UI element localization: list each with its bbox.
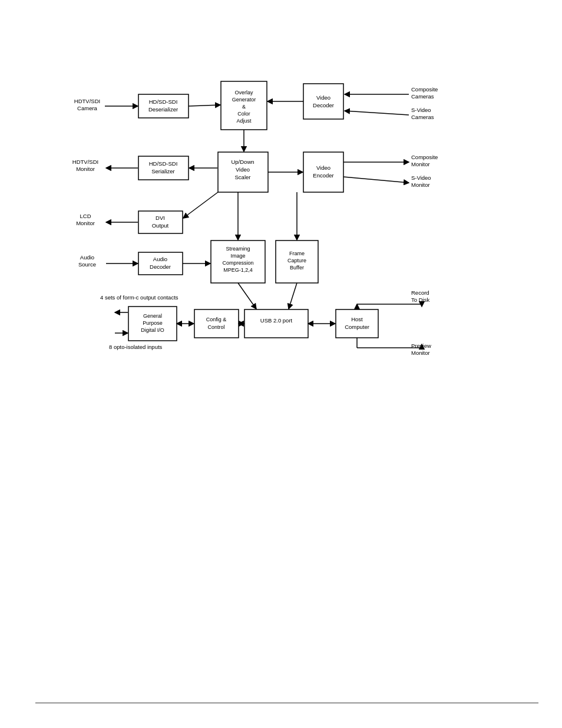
svg-rect-42 xyxy=(194,309,239,338)
svg-text:8 opto-isolated inputs: 8 opto-isolated inputs xyxy=(109,344,163,350)
svg-text:USB 2.0 port: USB 2.0 port xyxy=(260,317,293,324)
svg-text:&: & xyxy=(242,104,246,110)
svg-text:4 sets of form-c output contac: 4 sets of form-c output contacts xyxy=(100,294,178,301)
svg-text:Control: Control xyxy=(207,324,224,330)
svg-line-82 xyxy=(183,192,218,218)
footer-line xyxy=(35,703,538,703)
svg-text:Monitor: Monitor xyxy=(411,161,430,167)
svg-text:Decoder: Decoder xyxy=(313,102,334,108)
svg-text:Decoder: Decoder xyxy=(150,263,171,270)
svg-text:Purpose: Purpose xyxy=(143,320,163,326)
svg-text:Output: Output xyxy=(152,222,169,229)
svg-line-74 xyxy=(345,111,409,115)
svg-text:Cameras: Cameras xyxy=(411,93,434,100)
svg-text:Audio: Audio xyxy=(80,254,94,261)
svg-text:Audio: Audio xyxy=(153,256,167,262)
svg-text:General: General xyxy=(143,313,162,319)
svg-line-79 xyxy=(343,177,409,183)
svg-line-72 xyxy=(189,105,220,106)
diagram-area: HD/SD-SDI Deserializer Overlay Generator… xyxy=(47,59,518,401)
svg-text:Adjust: Adjust xyxy=(236,118,252,124)
svg-text:S-Video: S-Video xyxy=(411,107,431,113)
svg-text:S-Video: S-Video xyxy=(411,174,431,181)
svg-text:Streaming: Streaming xyxy=(226,246,250,252)
svg-text:Computer: Computer xyxy=(345,324,369,330)
svg-text:Deserializer: Deserializer xyxy=(148,106,178,113)
svg-text:To Disk: To Disk xyxy=(411,297,429,303)
svg-text:DVI: DVI xyxy=(156,215,165,221)
svg-line-89 xyxy=(289,283,297,309)
svg-text:Host: Host xyxy=(351,316,363,322)
svg-rect-9 xyxy=(303,84,343,119)
svg-text:HDTV/SDI: HDTV/SDI xyxy=(74,98,100,104)
svg-text:Composite: Composite xyxy=(411,154,438,160)
svg-text:Video: Video xyxy=(236,166,250,173)
svg-text:Digital I/O: Digital I/O xyxy=(141,327,164,333)
svg-text:Frame: Frame xyxy=(289,251,305,256)
svg-text:HD/SD-SDI: HD/SD-SDI xyxy=(149,98,178,105)
svg-text:Color: Color xyxy=(237,111,250,117)
svg-text:Overlay: Overlay xyxy=(234,90,253,95)
svg-text:Video: Video xyxy=(316,164,330,171)
svg-text:Monitor: Monitor xyxy=(411,350,430,356)
svg-text:Generator: Generator xyxy=(232,97,256,103)
svg-text:Capture: Capture xyxy=(287,258,306,263)
svg-text:Camera: Camera xyxy=(77,105,98,111)
svg-text:Monitor: Monitor xyxy=(76,220,95,226)
svg-text:HD/SD-SDI: HD/SD-SDI xyxy=(149,160,178,167)
svg-text:Serializer: Serializer xyxy=(151,168,175,174)
svg-rect-37 xyxy=(244,309,308,338)
svg-text:Config &: Config & xyxy=(206,317,227,322)
diagram-svg: HD/SD-SDI Deserializer Overlay Generator… xyxy=(47,59,518,401)
svg-text:Cameras: Cameras xyxy=(411,114,434,120)
svg-text:Monitor: Monitor xyxy=(411,182,430,188)
svg-text:Video: Video xyxy=(316,94,330,101)
svg-text:HDTV/SDI: HDTV/SDI xyxy=(72,159,98,165)
svg-text:Record: Record xyxy=(411,289,429,296)
svg-text:LCD: LCD xyxy=(80,213,91,219)
svg-text:Encoder: Encoder xyxy=(313,172,333,179)
svg-text:MPEG-1,2,4: MPEG-1,2,4 xyxy=(223,267,253,273)
svg-text:Scaler: Scaler xyxy=(235,174,251,180)
svg-text:Up/Down: Up/Down xyxy=(231,159,254,165)
svg-text:Buffer: Buffer xyxy=(290,265,304,271)
svg-text:Monitor: Monitor xyxy=(76,166,95,172)
svg-text:Compression: Compression xyxy=(222,260,253,266)
svg-line-88 xyxy=(238,283,256,309)
svg-text:Image: Image xyxy=(230,253,245,259)
svg-text:Source: Source xyxy=(78,261,96,268)
page: HD/SD-SDI Deserializer Overlay Generator… xyxy=(0,0,562,728)
svg-text:Composite: Composite xyxy=(411,86,438,93)
